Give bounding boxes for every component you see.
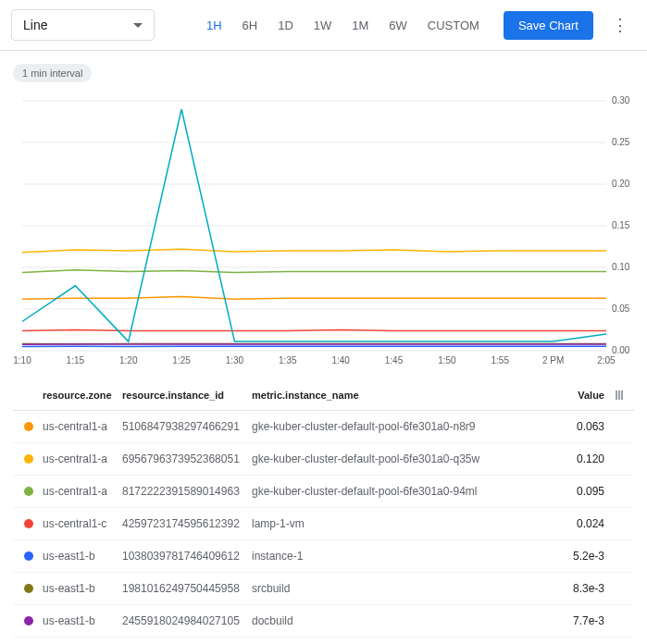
cell-value: 0.095 [558,485,604,498]
cell-instance-id: 1981016249750445958 [122,582,252,595]
cell-instance-id: 8172222391589014963 [122,485,252,498]
svg-text:1:10: 1:10 [13,355,31,365]
cell-instance-id: 1038039781746409612 [122,550,252,563]
table-row[interactable]: us-east1-b 1981016249750445958 srcbuild … [13,573,634,605]
cell-instance-id: 4259723174595612392 [122,517,252,530]
cell-value: 0.063 [558,420,604,433]
time-range-6w[interactable]: 6W [379,11,417,40]
cell-instance-name: docbuild [252,614,558,627]
svg-text:0.05: 0.05 [612,303,630,314]
cell-zone: us-east1-b [20,550,122,563]
svg-text:1:45: 1:45 [385,355,404,365]
header-value[interactable]: Value [558,390,604,401]
table-row[interactable]: us-east1-b 1038039781746409612 instance-… [13,540,634,573]
cell-value: 8.3e-3 [558,582,604,595]
table-row[interactable]: us-east1-b 3181431726048738490 centos7-e… [13,638,634,644]
svg-text:0.00: 0.00 [612,345,630,355]
header-instance-id[interactable]: resource.instance_id [122,390,252,401]
zone-label: us-east1-b [43,550,95,563]
cell-zone: us-east1-b [20,582,122,595]
svg-text:1:55: 1:55 [491,355,509,365]
series-color-dot [24,616,33,625]
time-range-6h[interactable]: 6H [233,11,268,40]
time-range-1m[interactable]: 1M [342,11,378,40]
legend-table: resource.zone resource.instance_id metri… [13,380,634,644]
interval-badge: 1 min interval [13,64,92,82]
series-color-dot [24,519,33,528]
cell-instance-name: gke-kuber-cluster-default-pool-6fe301a0-… [252,420,558,433]
header-instance-name[interactable]: metric.instance_name [252,390,558,401]
series-color-dot [24,584,33,593]
time-range-1w[interactable]: 1W [305,11,342,40]
cell-zone: us-central1-a [20,485,122,498]
svg-text:2:05: 2:05 [597,355,616,365]
svg-text:1:40: 1:40 [331,355,350,365]
svg-text:1:35: 1:35 [279,355,297,365]
chart-type-label: Line [23,18,47,32]
header-zone[interactable]: resource.zone [20,390,122,401]
zone-label: us-central1-c [43,517,106,530]
cell-instance-id: 6956796373952368051 [122,452,252,465]
cell-instance-name: instance-1 [252,550,558,563]
table-header-row: resource.zone resource.instance_id metri… [13,380,634,411]
time-range-custom[interactable]: CUSTOM [418,11,489,40]
zone-label: us-east1-b [43,582,95,595]
columns-icon [616,390,627,400]
more-vert-icon: ⋮ [612,16,628,34]
time-range-1d[interactable]: 1D [268,11,303,40]
zone-label: us-central1-a [43,452,107,465]
cell-zone: us-central1-c [20,517,122,530]
cell-value: 0.024 [558,517,604,530]
svg-text:1:30: 1:30 [226,355,244,365]
cell-value: 0.120 [558,452,604,465]
cell-instance-name: srcbuild [252,582,558,595]
column-config-button[interactable] [604,390,627,401]
zone-label: us-east1-b [43,614,95,627]
series-color-dot [24,454,33,464]
svg-text:0.30: 0.30 [612,95,630,105]
cell-instance-name: lamp-1-vm [252,517,558,530]
svg-text:1:50: 1:50 [438,355,456,365]
cell-value: 7.7e-3 [558,614,604,627]
series-color-dot [24,487,33,496]
zone-label: us-central1-a [43,485,107,498]
cell-zone: us-central1-a [20,420,122,433]
chevron-down-icon [133,23,143,28]
cell-instance-id: 2455918024984027105 [122,614,252,627]
series-color-dot [24,422,33,431]
series-color-dot [24,551,33,561]
table-row[interactable]: us-east1-b 2455918024984027105 docbuild … [13,605,634,638]
cell-zone: us-central1-a [20,452,122,465]
cell-instance-name: gke-kuber-cluster-default-pool-6fe301a0-… [252,452,558,465]
svg-text:1:25: 1:25 [172,355,191,365]
cell-value: 5.2e-3 [558,550,604,563]
table-row[interactable]: us-central1-a 6956796373952368051 gke-ku… [13,443,634,476]
line-chart[interactable]: 0.000.050.100.150.200.250.301:101:151:20… [13,92,634,369]
cell-instance-name: gke-kuber-cluster-default-pool-6fe301a0-… [252,485,558,498]
chart-type-dropdown[interactable]: Line [11,9,155,41]
table-row[interactable]: us-central1-c 4259723174595612392 lamp-1… [13,508,634,540]
svg-text:2 PM: 2 PM [542,355,564,365]
cell-zone: us-east1-b [20,614,122,627]
table-row[interactable]: us-central1-a 8172222391589014963 gke-ku… [13,476,634,508]
more-menu-button[interactable]: ⋮ [604,11,636,39]
save-chart-button[interactable]: Save Chart [504,11,593,40]
svg-text:0.15: 0.15 [612,220,630,230]
svg-text:0.25: 0.25 [612,137,630,147]
time-range-selector: 1H6H1D1W1M6WCUSTOM [197,11,489,40]
cell-instance-id: 5106847938297466291 [122,420,252,433]
svg-text:1:15: 1:15 [67,355,85,365]
time-range-1h[interactable]: 1H [197,11,231,40]
svg-text:0.20: 0.20 [612,179,630,189]
zone-label: us-central1-a [43,420,107,433]
toolbar: Line 1H6H1D1W1M6WCUSTOM Save Chart ⋮ [0,0,647,51]
svg-text:0.10: 0.10 [612,262,630,272]
svg-text:1:20: 1:20 [119,355,138,365]
table-row[interactable]: us-central1-a 5106847938297466291 gke-ku… [13,411,634,443]
